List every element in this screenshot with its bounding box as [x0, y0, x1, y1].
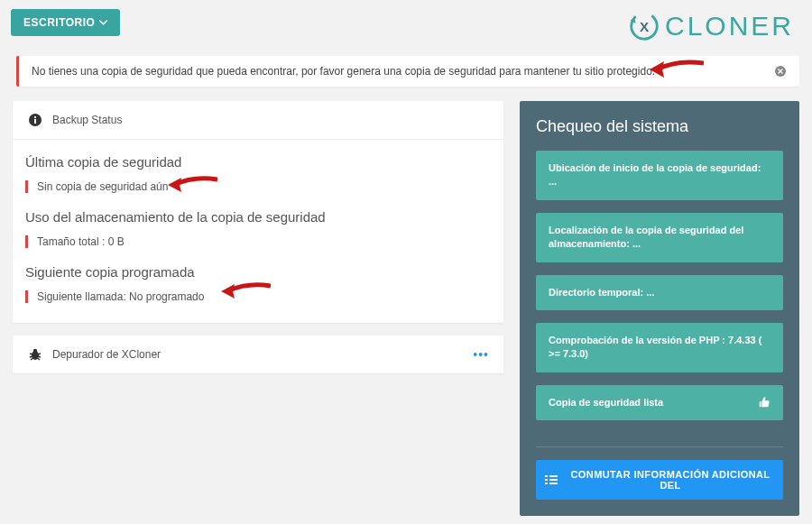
toggle-additional-info-button[interactable]: CONMUTAR INFORMACIÓN ADICIONAL DEL	[536, 460, 783, 500]
backup-status-title: Backup Status	[52, 114, 122, 126]
svg-rect-4	[34, 119, 36, 124]
logo-icon: X	[627, 9, 661, 43]
no-backup-alert: No tienes una copia de seguridad que pue…	[16, 56, 799, 87]
check-item-backup-ready[interactable]: Copia de seguridad lista	[536, 385, 783, 420]
logo-text: CLONER	[665, 11, 794, 41]
svg-rect-14	[545, 475, 548, 477]
last-backup-status: Sin copia de seguridad aún	[37, 180, 168, 193]
alert-close-icon[interactable]	[774, 65, 787, 78]
toggle-button-label: CONMUTAR INFORMACIÓN ADICIONAL DEL	[567, 469, 774, 491]
system-check-title: Chequeo del sistema	[536, 117, 783, 136]
svg-line-11	[38, 356, 41, 357]
check-item-label: Comprobación de la versión de PHP : 7.4.…	[549, 334, 770, 362]
escritorio-dropdown[interactable]: ESCRITORIO	[11, 9, 120, 36]
check-item-temp-dir[interactable]: Directorio temporal: ...	[536, 275, 783, 310]
card-header: Backup Status	[13, 101, 503, 140]
xcloner-debugger-card: Depurador de XCloner •••	[13, 336, 503, 373]
check-item-label: Ubicación de inicio de la copia de segur…	[549, 161, 770, 189]
last-backup-heading: Última copia de seguridad	[25, 154, 491, 170]
svg-rect-5	[34, 116, 36, 118]
status-indicator	[25, 235, 28, 248]
check-item-storage-location[interactable]: Localización de la copia de seguridad de…	[536, 213, 783, 262]
svg-line-13	[38, 358, 41, 360]
next-backup-status-row: Siguiente llamada: No programado	[25, 287, 491, 310]
check-item-label: Localización de la copia de seguridad de…	[549, 224, 770, 252]
svg-rect-18	[545, 483, 548, 484]
thumbs-up-icon	[758, 396, 770, 409]
list-icon	[545, 474, 558, 485]
svg-rect-16	[545, 479, 548, 481]
svg-line-12	[31, 358, 33, 360]
svg-line-10	[30, 356, 32, 357]
svg-text:X: X	[640, 19, 649, 34]
storage-status: Tamaño total : 0 B	[37, 235, 125, 248]
escritorio-label: ESCRITORIO	[23, 16, 95, 29]
status-indicator	[25, 180, 28, 193]
status-indicator	[25, 290, 28, 303]
chevron-down-icon	[99, 20, 107, 25]
next-backup-status: Siguiente llamada: No programado	[37, 290, 204, 303]
svg-rect-15	[549, 475, 558, 477]
next-backup-heading: Siguiente copia programada	[25, 264, 491, 280]
svg-point-7	[33, 349, 37, 353]
svg-line-8	[30, 354, 32, 354]
svg-line-9	[38, 354, 41, 354]
xcloner-logo: X CLONER	[627, 9, 801, 43]
backup-status-card: Backup Status Última copia de seguridad …	[13, 101, 503, 323]
svg-rect-19	[549, 483, 558, 484]
check-item-backup-start-location[interactable]: Ubicación de inicio de la copia de segur…	[536, 151, 783, 200]
check-item-php-version[interactable]: Comprobación de la versión de PHP : 7.4.…	[536, 323, 783, 372]
info-icon	[27, 112, 43, 128]
more-icon[interactable]: •••	[473, 347, 489, 362]
alert-message: No tienes una copia de seguridad que pue…	[32, 65, 655, 78]
system-check-panel: Chequeo del sistema Ubicación de inicio …	[520, 101, 799, 516]
debugger-label: Depurador de XCloner	[52, 348, 161, 361]
check-item-label: Directorio temporal: ...	[549, 286, 654, 299]
bug-icon	[27, 346, 43, 363]
storage-status-row: Tamaño total : 0 B	[25, 232, 491, 255]
last-backup-status-row: Sin copia de seguridad aún	[25, 177, 491, 200]
check-item-label: Copia de seguridad lista	[549, 396, 663, 409]
storage-heading: Uso del almacenamiento de la copia de se…	[25, 209, 491, 225]
svg-rect-17	[549, 479, 558, 481]
